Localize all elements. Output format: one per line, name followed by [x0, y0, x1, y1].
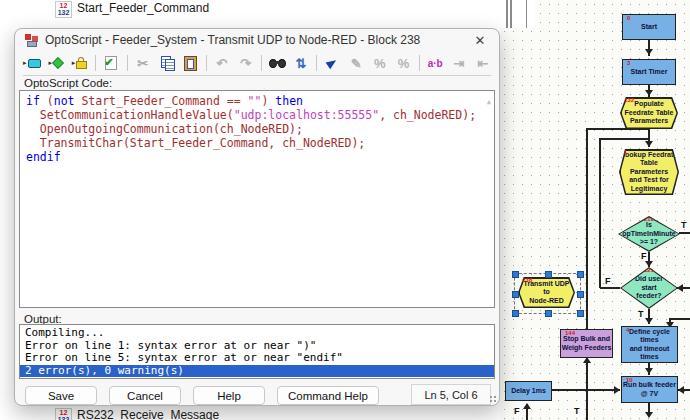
toolbar-separator: [419, 55, 420, 71]
redo-icon[interactable]: ↷: [237, 54, 254, 72]
find-next-icon[interactable]: ⇅: [292, 54, 309, 72]
branch-label-t: T: [681, 220, 687, 230]
branch-label-f: F: [641, 251, 647, 261]
cancel-button[interactable]: Cancel: [109, 386, 181, 405]
block-delay-1ms[interactable]: Delay 1ms: [505, 381, 552, 401]
selection-handle[interactable]: [512, 271, 519, 278]
code-editor[interactable]: ▲ if (not Start_Feeder_Command == "") th…: [19, 90, 495, 308]
tree-item-start-feeder-command[interactable]: 12132Start_Feeder_Command: [55, 1, 209, 18]
optoscript-app-icon: [25, 34, 38, 47]
output-line[interactable]: 2 error(s), 0 warning(s): [20, 365, 494, 378]
outdent-icon[interactable]: ⇤: [474, 54, 491, 72]
save-button[interactable]: Save: [25, 386, 97, 405]
close-icon[interactable]: ✕: [471, 33, 489, 48]
block-did-user-start[interactable]: Did userstartfeeder?121: [620, 267, 678, 309]
add-condition-block-icon[interactable]: ▸: [48, 54, 65, 72]
block-define-cycle-times[interactable]: Define cycle timesand timeouttimes4: [621, 326, 678, 363]
block-number: 10: [626, 377, 633, 384]
rename-variable-icon[interactable]: a·b: [427, 54, 444, 72]
branch-label-f: F: [514, 406, 520, 416]
cut-icon[interactable]: ✂: [134, 54, 151, 72]
scroll-up-icon[interactable]: ▲: [487, 95, 491, 109]
block-number: 210: [644, 216, 654, 223]
selection-handle[interactable]: [577, 271, 584, 278]
syntax-check-icon[interactable]: ✔: [103, 54, 120, 72]
code-line: TransmitChar(Start_Feeder_Command, ch_No…: [26, 136, 488, 150]
block-number: 0: [627, 15, 630, 22]
flow-connector: [599, 138, 649, 140]
dialog-title: OptoScript - Feeder_System - Transmit UD…: [45, 33, 420, 47]
output-line[interactable]: Error on line 5: syntax error at or near…: [20, 352, 494, 365]
flow-arrowhead: [645, 412, 653, 418]
toolbar-separator: [316, 55, 317, 71]
block-start-timer[interactable]: Start Timer3: [622, 59, 676, 85]
flow-arrowhead: [645, 49, 653, 55]
resize-grip[interactable]: [489, 395, 497, 403]
selection-handle[interactable]: [545, 271, 552, 278]
goto-block-icon[interactable]: [324, 54, 341, 72]
dialog-toolbar: ▸▸▸✔✂↶↷⇅✎%%a·b⇥⇤: [23, 51, 491, 76]
selection-handle[interactable]: [512, 310, 519, 317]
pac-control-screen: 12132Start_Feeder_Command12132RS232_Rece…: [0, 0, 690, 420]
flow-arrowhead: [645, 368, 653, 374]
branch-label-t: T: [638, 309, 644, 319]
block-number: 4: [626, 327, 629, 334]
code-line: if (not Start_Feeder_Command == "") then: [26, 94, 488, 108]
code-line: SetCommunicationHandleValue("udp:localho…: [26, 108, 488, 122]
selection-handle[interactable]: [512, 291, 519, 298]
toolbar-separator: [95, 55, 96, 71]
flow-arrowhead: [645, 261, 653, 267]
block-run-bulk-feeder[interactable]: Run bulk feeder@ 7V10: [621, 376, 678, 403]
compiler-output-list[interactable]: Compiling...Error on line 1: syntax erro…: [19, 324, 495, 379]
block-number: 144: [565, 330, 575, 337]
icon-top-text: 12: [60, 409, 68, 416]
add-action-block-icon[interactable]: ▸: [23, 54, 41, 72]
flowchart-canvas[interactable]: Start0Start Timer3PopulateFeedrate Table…: [500, 0, 690, 420]
command-help-button[interactable]: Command Help: [277, 386, 379, 405]
block-number: 3: [623, 149, 626, 156]
code-line: endif: [26, 150, 488, 164]
selection-handle[interactable]: [577, 291, 584, 298]
selection-handle[interactable]: [545, 310, 552, 317]
undo-icon[interactable]: ↶: [213, 54, 230, 72]
toolbar-separator: [261, 55, 262, 71]
splitter-line: [506, 0, 508, 28]
find-icon[interactable]: [269, 54, 286, 72]
debug-icon-3[interactable]: %: [395, 54, 412, 72]
block-number: 132: [624, 97, 634, 104]
selection-outline: [514, 273, 581, 314]
selection-handle[interactable]: [577, 310, 584, 317]
block-is-looptime[interactable]: IsopTimeInMinute>= 1?210: [618, 216, 680, 252]
debug-icon-2[interactable]: %: [372, 54, 389, 72]
flow-arrowhead: [614, 386, 620, 394]
block-stop-bulk-weigh[interactable]: Stop Bulk andWeigh Feeders144: [560, 329, 613, 358]
debug-icon-1[interactable]: ✎: [348, 54, 365, 72]
block-populate-feedrate[interactable]: PopulateFeedrate TableParameters132: [620, 97, 678, 129]
flow-arrowhead: [645, 90, 653, 96]
flow-connector: [586, 358, 588, 420]
paste-icon[interactable]: [182, 54, 199, 72]
branch-label-f: F: [605, 276, 611, 286]
flow-arrowhead: [678, 386, 684, 394]
add-lock-icon[interactable]: ▸: [71, 54, 88, 72]
icon-arrow-mark: ▸: [23, 59, 27, 67]
cursor-position-status: Ln 5, Col 6: [411, 384, 491, 405]
block-start[interactable]: Start0: [622, 14, 676, 40]
dialog-titlebar[interactable]: OptoScript - Feeder_System - Transmit UD…: [15, 29, 499, 51]
flow-arrowhead: [645, 141, 653, 147]
block-lookup-feedrate[interactable]: Lookup FeedrateTable Parametersand Test …: [619, 149, 679, 195]
icon-bottom-text: 132: [58, 416, 70, 420]
tree-item-rs232-receive-message[interactable]: 12132RS232_Receive_Message: [55, 408, 219, 420]
dialog-buttons: SaveCancelHelpCommand Help: [25, 386, 379, 405]
help-button[interactable]: Help: [193, 386, 265, 405]
copy-icon[interactable]: [158, 54, 175, 72]
splitter-line: [510, 0, 512, 28]
code-area-label: OptoScript Code:: [24, 77, 112, 89]
flow-connector: [600, 287, 620, 289]
int32-variable-icon: 12132: [55, 408, 72, 420]
indent-icon[interactable]: ⇥: [451, 54, 468, 72]
window-splitter[interactable]: [500, 0, 535, 28]
flow-arrowhead: [523, 403, 531, 409]
output-line[interactable]: Compiling...: [20, 327, 494, 340]
icon-top-text: 12: [60, 2, 68, 9]
